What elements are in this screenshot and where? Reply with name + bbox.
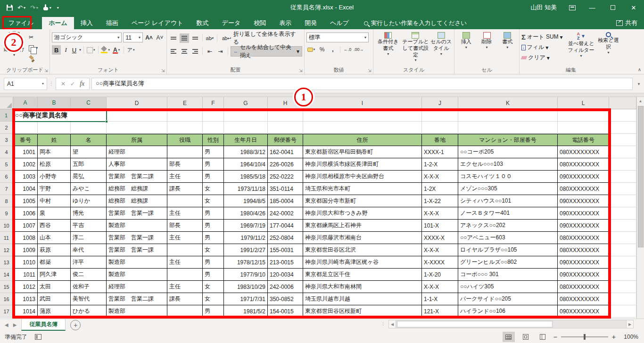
undo-button[interactable]: ↶▾ [16,2,27,13]
cell-r1[interactable] [268,109,303,122]
zoom-thumb[interactable] [584,334,586,340]
sort-filter-button[interactable]: AZ▼ 並べ替えとフィルター▾ [567,31,595,66]
row-header-3[interactable]: 3 [0,134,13,146]
tab-review[interactable]: 校閲 [247,17,272,29]
cell-B13[interactable]: 都築 [38,256,71,269]
column-header-A[interactable]: A [13,97,38,109]
cell-K15[interactable]: ○○ハイツ305 [458,281,558,293]
cell-J11[interactable]: XXXX-X [422,232,458,244]
redo-button[interactable]: ↷▾ [28,2,40,13]
normal-view-button[interactable] [503,332,515,342]
insert-function-icon[interactable]: fx [80,80,84,88]
cell-F11[interactable]: 男 [203,232,224,244]
cell-D16[interactable]: 営業部 営業二課 [107,293,167,305]
cell-r1[interactable] [203,109,224,122]
cell-A8[interactable]: 1005 [13,195,38,207]
table-header-C[interactable]: 名 [71,134,107,146]
cell-filler[interactable] [609,158,636,171]
cell-H11[interactable]: 252-0804 [268,232,303,244]
font-dialog-launcher[interactable]: ⇲ [161,68,165,73]
cell-H6[interactable]: 252-0222 [268,171,303,183]
percent-style-button[interactable]: % [317,45,327,54]
cell-filler[interactable] [609,207,636,220]
cell-K13[interactable]: グリーンヒルズ○○802 [458,256,558,269]
align-right-button[interactable] [190,47,200,56]
cell-r1[interactable] [167,109,203,122]
bold-button[interactable]: B [52,45,61,55]
row-header-14[interactable]: 14 [0,269,13,281]
page-layout-view-button[interactable] [520,332,532,342]
cell-B12[interactable]: 萩原 [38,244,71,256]
cell-J17[interactable]: 121-X [422,305,458,318]
cell-A9[interactable]: 1006 [13,207,38,220]
minimize-button[interactable]: — [582,0,603,15]
cell-J12[interactable]: X-X-X [422,244,458,256]
cell-A11[interactable]: 1008 [13,232,38,244]
horizontal-scrollbar[interactable]: ◀ ▶ [388,320,634,328]
orientation-button[interactable]: ab̷▾ [205,33,215,43]
cell-filler[interactable] [609,305,636,318]
fill-color-button[interactable]: ▾ [101,45,110,55]
cell-filler[interactable] [609,183,636,195]
cell-E10[interactable]: 部長 [167,220,203,232]
row-header-10[interactable]: 10 [0,220,13,232]
tab-view[interactable]: 表示 [272,17,298,29]
row-header-13[interactable]: 13 [0,256,13,269]
cell-G17[interactable]: 1981/5/2 [224,305,268,318]
copy-button[interactable]: ▾ [27,43,39,53]
tab-help[interactable]: ヘルプ [323,17,355,29]
cell-C14[interactable]: 俊二 [71,269,107,281]
format-cells-button[interactable]: 書式▾ [497,31,517,66]
underline-button[interactable]: U [71,47,78,54]
clear-button[interactable]: クリア▾ [521,53,566,62]
increase-indent-button[interactable]: ⇥ [216,47,225,56]
cell-r1[interactable] [558,109,609,122]
table-header-D[interactable]: 所属 [107,134,167,146]
cell-B6[interactable]: 小野寺 [38,171,71,183]
formula-input[interactable]: ○○商事従業員名簿 [91,78,633,90]
cell-J4[interactable]: XXXX-1 [422,146,458,158]
cell-A1-title[interactable]: ○○商事従業員名簿 [13,109,107,122]
cell-B11[interactable]: 山本 [38,232,71,244]
cell-E11[interactable]: 主任 [167,232,203,244]
tab-home[interactable]: ホーム [42,17,74,29]
restore-button[interactable] [603,0,623,15]
cell-D8[interactable]: 総務部 総務課 [107,195,167,207]
row-header-7[interactable]: 7 [0,183,13,195]
cell-F4[interactable]: 男 [203,146,224,158]
cell-E5[interactable]: 部長 [167,158,203,171]
cell-F6[interactable]: 男 [203,171,224,183]
cell-H16[interactable]: 350-0852 [268,293,303,305]
cell-D14[interactable]: 製造部 [107,269,167,281]
cell-I15[interactable]: 神奈川県大和市南林間 [303,281,422,293]
cell-I13[interactable]: 神奈川県川崎市高津区梶ヶ谷 [303,256,422,269]
cell-C16[interactable]: 美智代 [71,293,107,305]
cell-r2[interactable] [558,122,609,134]
cell-L15[interactable]: 080XXXXXXXX [558,281,609,293]
cell-J7[interactable]: 1-2X [422,183,458,195]
cell-C10[interactable]: 平吉 [71,220,107,232]
borders-button[interactable]: ▾ [86,45,96,55]
cell-B8[interactable]: 中村 [38,195,71,207]
cell-H12[interactable]: 155-0031 [268,244,303,256]
cell-J15[interactable]: X-X-X [422,281,458,293]
cell-E12[interactable] [167,244,203,256]
cell-F13[interactable]: 男 [203,256,224,269]
row-header-9[interactable]: 9 [0,207,13,220]
horizontal-scroll-thumb[interactable] [397,321,553,327]
cell-G10[interactable]: 1969/7/19 [224,220,268,232]
zoom-out-button[interactable]: − [553,333,557,341]
cell-E13[interactable]: 主任 [167,256,203,269]
scroll-right-arrow[interactable]: ▶ [626,320,634,328]
font-size-combo[interactable]: 11▾ [123,33,143,42]
horizontal-scroll-track[interactable] [396,320,626,328]
cell-r2[interactable] [38,122,71,134]
tab-page-layout[interactable]: ページ レイアウト [125,17,190,29]
cell-F9[interactable]: 男 [203,207,224,220]
customize-qat-button[interactable]: ▾ [54,2,61,13]
italic-button[interactable]: I [62,46,69,54]
cell-L17[interactable]: 090XXXXXXXX [558,305,609,318]
wrap-text-button[interactable]: ab↩折り返して全体を表示する [220,33,302,43]
cell-G4[interactable]: 1988/3/12 [224,146,268,158]
middle-align-button[interactable] [180,33,189,43]
